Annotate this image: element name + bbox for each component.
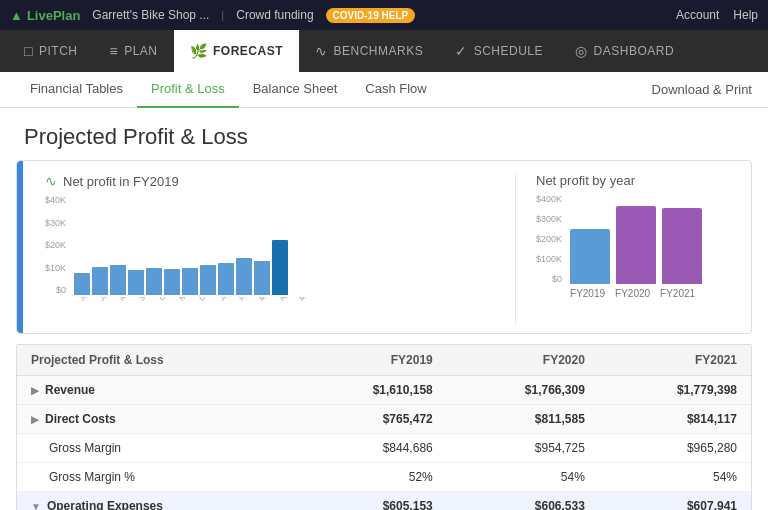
forecast-icon: 🌿 [190,43,208,59]
nav-benchmarks-label: BENCHMARKS [334,44,424,58]
row-fy2019: $605,153 [295,492,447,511]
row-label: Gross Margin [17,434,295,463]
plan-icon: ≡ [109,43,118,59]
row-fy2019: $1,610,158 [295,376,447,405]
col-header-label: Projected Profit & Loss [17,345,295,376]
year-bar-wrap-FY2020 [616,206,656,284]
chart-left: ∿ Net profit in FY2019 $40K $30K $20K $1… [33,173,515,325]
row-fy2021: $607,941 [599,492,751,511]
chart-right-y-axis: $400K $300K $200K $100K $0 [536,194,562,284]
chart-right-body: $400K $300K $200K $100K $0 FY2019FY2020F… [536,194,735,299]
row-fy2020: $1,766,309 [447,376,599,405]
nav-schedule[interactable]: ✓ SCHEDULE [439,30,559,72]
bar-sept-18[interactable] [128,270,144,295]
year-label-FY2021: FY2021 [660,288,695,299]
covid-badge[interactable]: COVID-19 HELP [326,8,416,23]
bar-feb-19[interactable] [218,263,234,295]
expand-icon[interactable]: ▶ [31,414,39,425]
benchmarks-icon: ∿ [315,43,328,59]
trend-icon: ∿ [45,173,57,189]
table-row: ▶Revenue$1,610,158$1,766,309$1,779,398 [17,376,751,405]
year-label-FY2019: FY2019 [570,288,605,299]
row-fy2019: 52% [295,463,447,492]
table-header-row: Projected Profit & Loss FY2019 FY2020 FY… [17,345,751,376]
table-row: Gross Margin %52%54%54% [17,463,751,492]
bar-july-18[interactable] [92,267,108,295]
bar-dec-18[interactable] [182,268,198,295]
year-bar-FY2021[interactable] [662,208,702,284]
collapse-icon[interactable]: ▼ [31,501,41,510]
download-print[interactable]: Download & Print [652,82,752,97]
bar-oct-18[interactable] [146,268,162,295]
year-label-FY2020: FY2020 [615,288,650,299]
bar-aug-18[interactable] [110,265,126,295]
chart-right: Net profit by year $400K $300K $200K $10… [515,173,735,325]
row-label: ▶Revenue [17,376,295,405]
col-header-fy2019: FY2019 [295,345,447,376]
nav-plan-label: PLAN [124,44,157,58]
row-label: ▶Direct Costs [17,405,295,434]
chart-right-title: Net profit by year [536,173,735,188]
row-fy2020: 54% [447,463,599,492]
page-title: Projected Profit & Loss [0,108,768,160]
row-fy2021: $814,117 [599,405,751,434]
year-bar-FY2020[interactable] [616,206,656,284]
col-header-fy2021: FY2021 [599,345,751,376]
col-header-fy2020: FY2020 [447,345,599,376]
subnav-profit-loss[interactable]: Profit & Loss [137,72,239,108]
table-row: ▶Direct Costs$765,472$811,585$814,117 [17,405,751,434]
row-fy2020: $811,585 [447,405,599,434]
nav-forecast-label: FORECAST [213,44,283,58]
row-fy2021: $1,779,398 [599,376,751,405]
crowd-funding-selector[interactable]: Crowd funding [236,8,313,22]
bar-may-19[interactable] [272,240,288,295]
row-fy2020: $954,725 [447,434,599,463]
nav-schedule-label: SCHEDULE [474,44,543,58]
help-menu[interactable]: Help [733,8,758,22]
left-accent-bar [17,161,23,333]
row-fy2019: $844,686 [295,434,447,463]
subnav-balance-sheet[interactable]: Balance Sheet [239,72,352,108]
bar-mar-19[interactable] [236,258,252,295]
schedule-icon: ✓ [455,43,468,59]
chart-right-bars-wrap: FY2019FY2020FY2021 [570,194,702,299]
year-bar-wrap-FY2019 [570,229,610,284]
expand-icon[interactable]: ▶ [31,385,39,396]
chart-left-title: ∿ Net profit in FY2019 [45,173,495,189]
bar-nov-18[interactable] [164,269,180,295]
chart-right-bars [570,194,702,284]
top-bar: ▲ LivePlan Garrett's Bike Shop ... | Cro… [0,0,768,30]
chart-left-body: $40K $30K $20K $10K $0 June 18July 18Aug… [45,195,495,325]
table-row: ▼Operating Expenses$605,153$606,533$607,… [17,492,751,511]
logo[interactable]: ▲ LivePlan [10,8,80,23]
row-fy2019: $765,472 [295,405,447,434]
nav-dashboard-label: DASHBOARD [594,44,675,58]
shop-selector[interactable]: Garrett's Bike Shop ... [92,8,209,22]
nav-pitch-label: PITCH [39,44,78,58]
subnav-financial-tables[interactable]: Financial Tables [16,72,137,108]
bar-apr-19[interactable] [254,261,270,295]
bar-jan-19[interactable] [200,265,216,295]
account-menu[interactable]: Account [676,8,719,22]
row-fy2020: $606,533 [447,492,599,511]
dashboard-icon: ◎ [575,43,588,59]
nav-forecast[interactable]: 🌿 FORECAST [174,30,300,72]
logo-icon: ▲ [10,8,23,23]
nav-benchmarks[interactable]: ∿ BENCHMARKS [299,30,439,72]
charts-section: ∿ Net profit in FY2019 $40K $30K $20K $1… [16,160,752,334]
nav-dashboard[interactable]: ◎ DASHBOARD [559,30,690,72]
bar-june-18[interactable] [74,273,90,295]
separator: | [221,9,224,21]
pitch-icon: □ [24,43,33,59]
nav-plan[interactable]: ≡ PLAN [93,30,173,72]
sub-nav: Financial Tables Profit & Loss Balance S… [0,72,768,108]
year-bar-FY2019[interactable] [570,229,610,284]
chart-left-y-axis: $40K $30K $20K $10K $0 [45,195,66,295]
financial-table: Projected Profit & Loss FY2019 FY2020 FY… [17,345,751,510]
year-bar-wrap-FY2021 [662,208,702,284]
subnav-cash-flow[interactable]: Cash Flow [351,72,440,108]
table-row: Gross Margin$844,686$954,725$965,280 [17,434,751,463]
row-fy2021: $965,280 [599,434,751,463]
top-bar-right: Account Help [676,8,758,22]
nav-pitch[interactable]: □ PITCH [8,30,93,72]
